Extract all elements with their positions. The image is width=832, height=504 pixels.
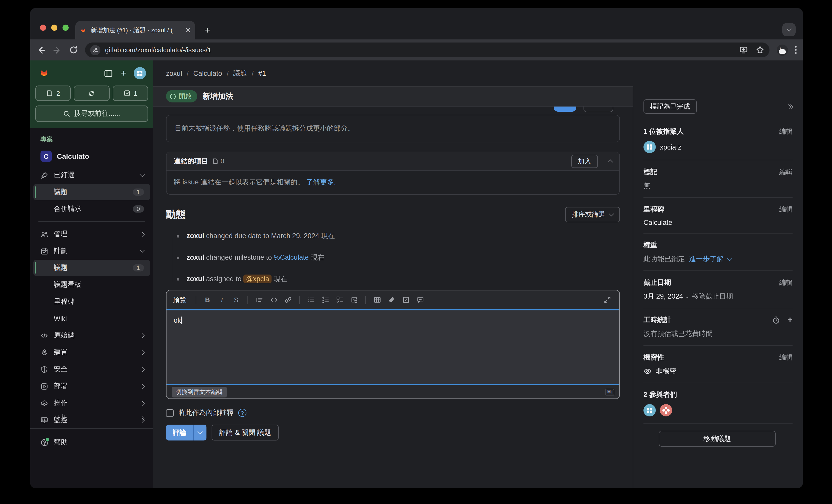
add-time-icon[interactable]: + bbox=[787, 317, 792, 323]
sidebar-item-help[interactable]: 幫助 bbox=[33, 434, 150, 451]
strikethrough-icon[interactable]: S bbox=[230, 294, 242, 306]
comment-split-button[interactable]: 評論 bbox=[166, 425, 206, 441]
create-new-icon[interactable]: + bbox=[121, 70, 127, 77]
sidebar-item-operate[interactable]: 操作 bbox=[33, 395, 150, 411]
learn-more-link[interactable]: 了解更多。 bbox=[306, 178, 341, 186]
sidebar-item-milestones[interactable]: 里程碑 bbox=[33, 293, 150, 310]
sidebar-project[interactable]: C Calculato bbox=[33, 148, 150, 166]
sidebar-toggle-icon[interactable] bbox=[104, 69, 113, 78]
sidebar-item-deploy[interactable]: 部署 bbox=[33, 378, 150, 394]
sidebar-item-build[interactable]: 建置 bbox=[33, 344, 150, 361]
code-block-icon[interactable] bbox=[267, 294, 280, 306]
user-mention[interactable]: @xpcia bbox=[243, 274, 271, 283]
bookmark-star-icon[interactable] bbox=[756, 46, 764, 54]
issue-scroll-area[interactable]: 目前未被指派任務，使用任務將該議題拆分成更小的部分。 連結的項目 0 加入 bbox=[153, 107, 633, 488]
move-issue-button[interactable]: 移動議題 bbox=[659, 431, 776, 447]
markdown-supported-icon[interactable]: M↓ bbox=[606, 389, 614, 395]
collapse-sidebar-icon[interactable] bbox=[788, 105, 792, 108]
breadcrumb-issues[interactable]: 議題 bbox=[233, 69, 247, 78]
zoom-window-button[interactable] bbox=[62, 25, 69, 31]
comment-and-close-button[interactable]: 評論 & 關閉 議題 bbox=[212, 425, 279, 441]
labels-edit-button[interactable]: 編輯 bbox=[779, 167, 792, 177]
left-sidebar: + 2 1 bbox=[30, 60, 153, 488]
todos-count-button[interactable]: 1 bbox=[112, 85, 148, 101]
linked-items-add-button[interactable]: 加入 bbox=[571, 154, 598, 168]
assignee-edit-button[interactable]: 編輯 bbox=[779, 127, 792, 136]
people-icon bbox=[41, 230, 49, 238]
remove-due-date-link[interactable]: 移除截止日期 bbox=[692, 292, 733, 301]
quote-icon[interactable] bbox=[253, 294, 265, 306]
breadcrumb-project[interactable]: Calculato bbox=[193, 70, 222, 77]
sidebar-divider bbox=[38, 221, 145, 222]
back-icon[interactable] bbox=[36, 45, 46, 55]
sort-filter-dropdown[interactable]: 排序或篩選 bbox=[565, 207, 620, 222]
participant-avatar[interactable] bbox=[660, 404, 672, 417]
sidebar-item-merge-requests[interactable]: 合併請求 0 bbox=[33, 201, 150, 217]
gitlab-logo-icon[interactable] bbox=[37, 67, 51, 80]
preview-tab[interactable]: 預覽 bbox=[173, 295, 186, 304]
internal-note-checkbox[interactable] bbox=[166, 409, 174, 417]
close-window-button[interactable] bbox=[40, 25, 46, 31]
comment-button[interactable]: 評論 bbox=[166, 425, 193, 441]
collapse-section-icon[interactable] bbox=[608, 160, 613, 165]
site-info-icon[interactable] bbox=[90, 45, 100, 55]
sidebar-item-plan[interactable]: 計劃 bbox=[33, 243, 150, 259]
sidebar-item-pinned[interactable]: 已釘選 bbox=[33, 167, 150, 183]
assignee-avatar[interactable] bbox=[644, 141, 656, 153]
chevron-down-icon[interactable] bbox=[727, 256, 732, 261]
comment-dropdown-toggle[interactable] bbox=[193, 425, 206, 441]
sidebar-item-issues[interactable]: 議題 1 bbox=[33, 260, 150, 276]
sidebar-item-code[interactable]: 原始碼 bbox=[33, 327, 150, 344]
tab-search-button[interactable] bbox=[782, 23, 796, 36]
browser-menu-icon[interactable] bbox=[795, 46, 797, 54]
breadcrumb-group[interactable]: zoxul bbox=[166, 70, 182, 77]
merge-requests-button[interactable] bbox=[74, 85, 110, 101]
due-date-edit-button[interactable]: 編輯 bbox=[779, 278, 792, 287]
sidebar-item-analyze[interactable]: 分析 bbox=[33, 410, 150, 426]
fullscreen-icon[interactable] bbox=[601, 294, 613, 306]
address-bar[interactable]: gitlab.com/zoxul/calculato/-/issues/1 bbox=[85, 43, 770, 57]
window-controls[interactable] bbox=[40, 25, 69, 31]
attach-file-icon[interactable] bbox=[385, 294, 397, 306]
new-tab-button[interactable]: + bbox=[201, 24, 214, 36]
stopwatch-icon[interactable] bbox=[772, 316, 780, 324]
browser-profile-avatar[interactable] bbox=[777, 44, 788, 56]
sidebar-item-secure[interactable]: 安全 bbox=[33, 361, 150, 377]
numbered-list-icon[interactable] bbox=[319, 294, 332, 306]
issues-count-button[interactable]: 2 bbox=[35, 85, 71, 101]
user-avatar[interactable] bbox=[134, 67, 146, 79]
details-block-icon[interactable] bbox=[399, 294, 412, 306]
assignee-name[interactable]: xpcia z bbox=[660, 143, 681, 151]
participant-avatar[interactable] bbox=[644, 404, 656, 417]
italic-icon[interactable]: I bbox=[216, 294, 228, 306]
milestone-edit-button[interactable]: 編輯 bbox=[779, 205, 792, 214]
collapsible-section-icon[interactable] bbox=[348, 294, 360, 306]
bulleted-list-icon[interactable] bbox=[305, 294, 317, 306]
install-app-icon[interactable] bbox=[739, 46, 748, 54]
task-list-icon[interactable] bbox=[334, 294, 346, 306]
milestone-link[interactable]: %Calculate bbox=[274, 254, 309, 261]
weight-learn-more-link[interactable]: 進一步了解 bbox=[689, 255, 724, 264]
milestone-value[interactable]: Calculate bbox=[644, 219, 672, 227]
sidebar-item-issue-boards[interactable]: 議題看板 bbox=[33, 276, 150, 293]
search-input[interactable]: 搜尋或前往...... bbox=[35, 106, 148, 122]
help-question-icon[interactable]: ? bbox=[238, 409, 246, 417]
confidentiality-edit-button[interactable]: 編輯 bbox=[779, 353, 792, 362]
tab-close-icon[interactable]: ✕ bbox=[185, 27, 191, 34]
bold-icon[interactable]: B bbox=[201, 294, 214, 306]
mark-done-button[interactable]: 標記為已完成 bbox=[644, 99, 697, 114]
sidebar-item-manage[interactable]: 管理 bbox=[33, 226, 150, 242]
sidebar-item-wiki[interactable]: Wiki bbox=[33, 310, 150, 327]
clipped-primary-button[interactable] bbox=[554, 107, 576, 112]
table-icon[interactable] bbox=[371, 294, 383, 306]
minimize-window-button[interactable] bbox=[51, 25, 57, 31]
link-icon[interactable] bbox=[282, 294, 294, 306]
sidebar-item-issues-pinned[interactable]: 議題 1 bbox=[33, 184, 150, 200]
forward-icon[interactable] bbox=[53, 45, 62, 55]
comment-textarea[interactable]: ok bbox=[166, 309, 619, 385]
browser-tab[interactable]: 新增加法 (#1) · 議題 · zoxul / ( ✕ bbox=[75, 21, 195, 39]
switch-rich-text-button[interactable]: 切換到富文本編輯 bbox=[172, 387, 227, 397]
clipped-secondary-button[interactable] bbox=[583, 107, 613, 112]
reload-icon[interactable] bbox=[69, 46, 78, 54]
comment-template-icon[interactable] bbox=[414, 294, 426, 306]
